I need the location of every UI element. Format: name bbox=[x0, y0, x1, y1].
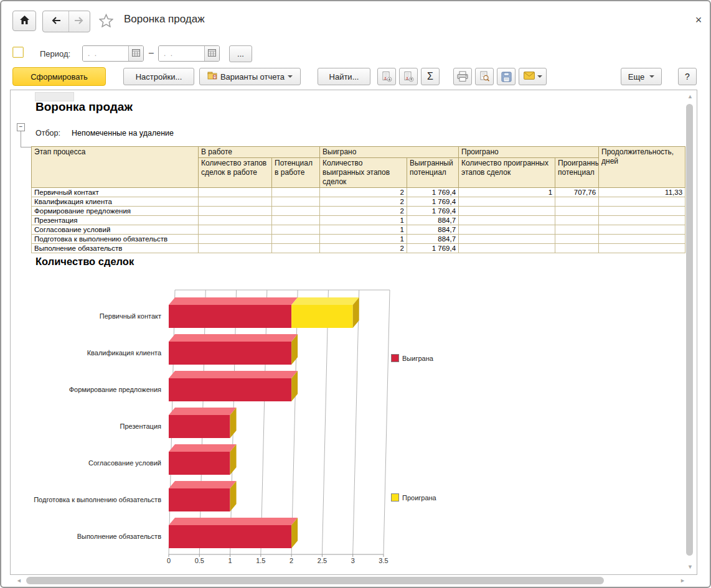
value-cell bbox=[599, 216, 685, 225]
chart-axis-tick-label: 3.5 bbox=[368, 557, 399, 564]
bar-top-face bbox=[169, 408, 237, 415]
more-actions-button[interactable]: Еще bbox=[621, 68, 662, 85]
value-cell bbox=[272, 207, 320, 216]
value-cell: 707,76 bbox=[555, 188, 599, 197]
value-cell: 884,7 bbox=[407, 235, 459, 244]
settings-button[interactable]: Настройки... bbox=[123, 68, 194, 85]
forward-button[interactable] bbox=[68, 11, 89, 32]
more-actions-label: Еще bbox=[628, 72, 644, 82]
vertical-scrollbar[interactable]: ▲ ▼ bbox=[685, 91, 694, 573]
chart-gridline bbox=[353, 290, 359, 554]
scroll-down-icon[interactable]: ▼ bbox=[687, 564, 693, 570]
bar-segment bbox=[169, 342, 291, 365]
date-to-field bbox=[158, 45, 220, 62]
mail-icon bbox=[524, 72, 535, 82]
value-cell bbox=[599, 244, 685, 253]
bar-top-face bbox=[291, 297, 359, 305]
funnel-table: Этап процесса В работе Выиграно Проигран… bbox=[31, 146, 685, 253]
period-label: Период: bbox=[40, 49, 70, 58]
value-cell: 2 bbox=[320, 244, 407, 253]
value-cell bbox=[555, 225, 599, 235]
help-button[interactable]: ? bbox=[678, 68, 697, 85]
bar-top-face bbox=[169, 481, 237, 488]
home-button[interactable] bbox=[12, 11, 36, 31]
date-from-input[interactable] bbox=[83, 46, 128, 61]
date-to-input[interactable] bbox=[159, 46, 204, 61]
collapse-groups-button[interactable]: a bbox=[399, 68, 418, 85]
col-header-won-count: Количество выигранных этапов сделок bbox=[320, 158, 407, 188]
col-header-won-potential: Выигранный потенциал bbox=[407, 158, 459, 188]
stage-cell: Согласование условий bbox=[32, 225, 199, 235]
col-header-in-work-potential: Потенциал в работе bbox=[272, 158, 320, 188]
forward-arrow-icon bbox=[74, 16, 84, 27]
col-header-lost-count: Количество проигранных этапов сделок bbox=[459, 158, 555, 188]
chart-gridline bbox=[384, 290, 390, 554]
chart-axis-tick-label: 2 bbox=[276, 557, 307, 564]
chevron-down-icon bbox=[288, 75, 293, 78]
col-header-lost-potential: Проигранный потенциал bbox=[555, 158, 599, 188]
table-row: Презентация1884,7 bbox=[32, 216, 685, 225]
report-variants-button[interactable]: Варианты отчета bbox=[199, 68, 301, 85]
preview-button[interactable] bbox=[475, 68, 494, 85]
value-cell: 11,33 bbox=[599, 188, 685, 197]
col-group-won: Выиграно bbox=[320, 147, 459, 158]
legend-entry: Проиграна bbox=[391, 493, 436, 502]
period-more-button[interactable]: ... bbox=[229, 45, 252, 62]
send-mail-button[interactable] bbox=[519, 68, 547, 85]
date-to-calendar-button[interactable] bbox=[204, 46, 219, 61]
stage-cell: Формирование предложения bbox=[32, 207, 199, 216]
home-icon bbox=[19, 15, 30, 27]
chart-gridline bbox=[261, 290, 267, 554]
favorite-star-icon[interactable] bbox=[99, 14, 113, 30]
stage-cell: Презентация bbox=[32, 216, 199, 225]
bar-segment bbox=[169, 378, 291, 401]
value-cell bbox=[272, 216, 320, 225]
calendar-icon bbox=[132, 48, 140, 59]
stage-cell: Выполнение обязательств bbox=[32, 244, 199, 253]
date-from-calendar-button[interactable] bbox=[128, 46, 143, 61]
table-row: Подготовка к выполнению обязательств1884… bbox=[32, 235, 685, 244]
value-cell bbox=[555, 244, 599, 253]
bar-top-face bbox=[169, 444, 237, 452]
value-cell bbox=[272, 225, 320, 235]
generate-button[interactable]: Сформировать bbox=[12, 67, 106, 86]
value-cell bbox=[459, 207, 555, 216]
bar-top-face bbox=[169, 371, 298, 378]
chart-category-label: Первичный контакт bbox=[17, 312, 161, 320]
close-icon[interactable]: × bbox=[691, 12, 706, 27]
period-checkbox[interactable] bbox=[12, 47, 24, 58]
value-cell: 884,7 bbox=[407, 225, 459, 235]
horizontal-scroll-thumb[interactable] bbox=[26, 577, 604, 584]
chart-axis-tick-label: 1.5 bbox=[245, 557, 276, 564]
group-tree-line bbox=[21, 131, 32, 147]
chart-plot bbox=[162, 282, 399, 560]
value-cell bbox=[555, 235, 599, 244]
nav-buttons bbox=[42, 11, 90, 32]
find-button[interactable]: Найти... bbox=[318, 68, 370, 85]
vertical-scroll-thumb[interactable] bbox=[686, 104, 693, 556]
chart-gridline bbox=[322, 290, 328, 554]
value-cell: 1 bbox=[320, 216, 407, 225]
value-cell bbox=[555, 216, 599, 225]
scroll-left-icon[interactable]: ◄ bbox=[16, 578, 22, 584]
filter-label: Отбор: bbox=[35, 129, 60, 138]
chart-axis-tick-label: 0 bbox=[153, 557, 184, 564]
chevron-down-icon bbox=[649, 75, 654, 78]
chart-category-label: Подготовка к выполнению обязательств bbox=[17, 496, 161, 503]
stage-cell: Квалификация клиента bbox=[32, 197, 199, 207]
print-button[interactable] bbox=[453, 68, 472, 85]
col-group-lost: Проиграно bbox=[459, 147, 599, 158]
sum-button[interactable]: Σ bbox=[421, 68, 440, 85]
group-expander[interactable]: − bbox=[17, 123, 25, 131]
expand-groups-button[interactable]: a bbox=[377, 68, 396, 85]
save-button[interactable] bbox=[497, 68, 516, 85]
scroll-right-icon[interactable]: ► bbox=[680, 578, 685, 584]
horizontal-scrollbar[interactable]: ◄ ► bbox=[11, 576, 700, 586]
back-button[interactable] bbox=[43, 11, 68, 32]
chart-category-label: Квалификация клиента bbox=[17, 349, 161, 357]
bar-segment bbox=[169, 415, 230, 438]
scroll-up-icon[interactable]: ▲ bbox=[687, 94, 693, 100]
collapse-groups-icon: a bbox=[403, 71, 414, 82]
chart-axis-tick-label: 2.5 bbox=[306, 557, 337, 564]
col-header-duration: Продолжительность, дней bbox=[599, 147, 685, 188]
